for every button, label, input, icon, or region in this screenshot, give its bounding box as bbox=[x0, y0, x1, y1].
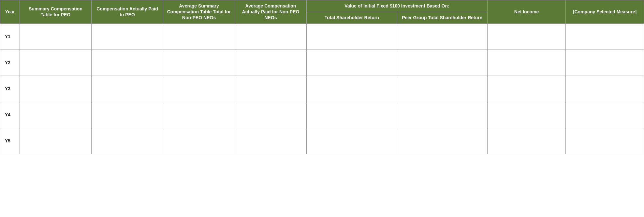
cell-sct-peo-y2 bbox=[20, 50, 92, 76]
cell-avg-sct-neo-y5 bbox=[163, 128, 235, 154]
cell-csm-y4 bbox=[566, 102, 644, 128]
cell-tsr-y5 bbox=[307, 128, 397, 154]
header-year: Year bbox=[0, 0, 20, 24]
cell-net-income-y3 bbox=[488, 76, 566, 102]
cell-peer-tsr-y3 bbox=[397, 76, 488, 102]
cell-avg-cap-neo-y3 bbox=[235, 76, 307, 102]
cell-avg-sct-neo-y4 bbox=[163, 102, 235, 128]
cell-peer-tsr-y2 bbox=[397, 50, 488, 76]
cell-tsr-y4 bbox=[307, 102, 397, 128]
cell-avg-sct-neo-y2 bbox=[163, 50, 235, 76]
header-net-income: Net Income bbox=[488, 0, 566, 24]
cell-year-y4: Y4 bbox=[0, 102, 20, 128]
cell-csm-y3 bbox=[566, 76, 644, 102]
cell-tsr-y1 bbox=[307, 23, 397, 50]
cell-cap-peo-y4 bbox=[92, 102, 163, 128]
cell-peer-tsr-y4 bbox=[397, 102, 488, 128]
cell-avg-cap-neo-y5 bbox=[235, 128, 307, 154]
cell-avg-cap-neo-y1 bbox=[235, 23, 307, 50]
cell-csm-y1 bbox=[566, 23, 644, 50]
header-avg-sct-neo: Average Summary Compensation Table Total… bbox=[163, 0, 235, 24]
cell-year-y1: Y1 bbox=[0, 23, 20, 50]
header-peer-tsr: Peer Group Total Shareholder Return bbox=[397, 12, 488, 23]
header-avg-cap-neo: Average Compensation Actually Paid for N… bbox=[235, 0, 307, 24]
cell-sct-peo-y5 bbox=[20, 128, 92, 154]
cell-avg-cap-neo-y4 bbox=[235, 102, 307, 128]
cell-avg-sct-neo-y1 bbox=[163, 23, 235, 50]
cell-avg-cap-neo-y2 bbox=[235, 50, 307, 76]
cell-csm-y5 bbox=[566, 128, 644, 154]
cell-cap-peo-y3 bbox=[92, 76, 163, 102]
table-row: Y3 bbox=[0, 76, 644, 102]
cell-net-income-y5 bbox=[488, 128, 566, 154]
table-row: Y2 bbox=[0, 50, 644, 76]
cell-cap-peo-y2 bbox=[92, 50, 163, 76]
cell-year-y3: Y3 bbox=[0, 76, 20, 102]
cell-peer-tsr-y1 bbox=[397, 23, 488, 50]
table-row: Y4 bbox=[0, 102, 644, 128]
cell-sct-peo-y4 bbox=[20, 102, 92, 128]
cell-year-y5: Y5 bbox=[0, 128, 20, 154]
header-sct-peo: Summary Compensation Table for PEO bbox=[20, 0, 92, 24]
table-row: Y1 bbox=[0, 23, 644, 50]
main-table-container: Year Summary Compensation Table for PEO … bbox=[0, 0, 644, 217]
header-csm: [Company Selected Measure] bbox=[566, 0, 644, 24]
cell-avg-sct-neo-y3 bbox=[163, 76, 235, 102]
cell-cap-peo-y5 bbox=[92, 128, 163, 154]
cell-net-income-y4 bbox=[488, 102, 566, 128]
header-cap-peo: Compensation Actually Paid to PEO bbox=[92, 0, 163, 24]
cell-tsr-y3 bbox=[307, 76, 397, 102]
cell-csm-y2 bbox=[566, 50, 644, 76]
cell-net-income-y1 bbox=[488, 23, 566, 50]
cell-net-income-y2 bbox=[488, 50, 566, 76]
cell-peer-tsr-y5 bbox=[397, 128, 488, 154]
cell-tsr-y2 bbox=[307, 50, 397, 76]
header-group-investment: Value of Initial Fixed $100 Investment B… bbox=[307, 0, 488, 12]
compensation-table: Year Summary Compensation Table for PEO … bbox=[0, 0, 644, 154]
header-tsr: Total Shareholder Return bbox=[307, 12, 397, 23]
cell-sct-peo-y3 bbox=[20, 76, 92, 102]
cell-cap-peo-y1 bbox=[92, 23, 163, 50]
cell-sct-peo-y1 bbox=[20, 23, 92, 50]
table-row: Y5 bbox=[0, 128, 644, 154]
cell-year-y2: Y2 bbox=[0, 50, 20, 76]
